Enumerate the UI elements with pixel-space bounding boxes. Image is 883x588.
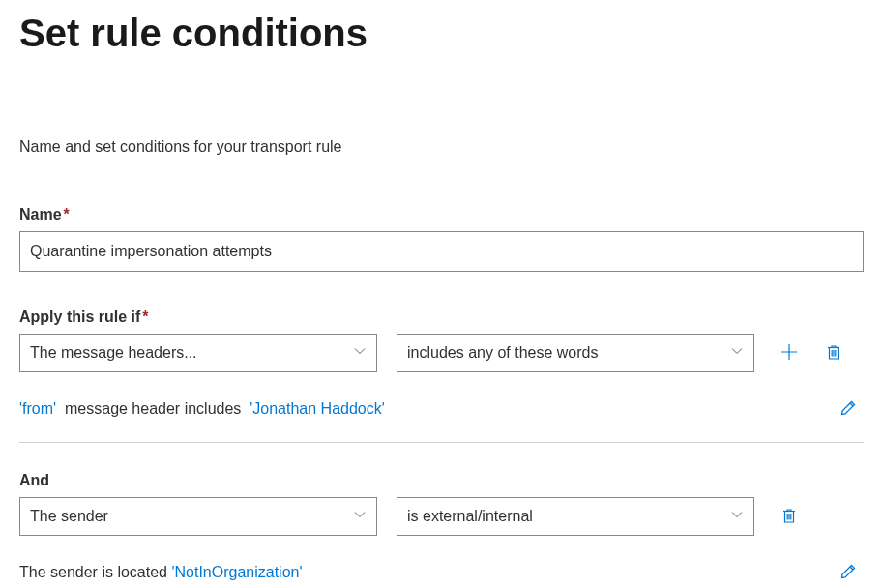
name-field-section: Name* [19,206,864,272]
required-indicator: * [64,206,70,222]
condition1-summary-header: 'from' [19,400,56,418]
condition1-dropdown-row: The message headers... includes any of t… [19,334,864,372]
apply-rule-label-text: Apply this rule if [19,309,140,325]
condition2-subject-value: The sender [30,508,108,525]
condition1-predicate-dropdown[interactable]: includes any of these words [397,334,754,372]
pencil-icon [839,563,857,583]
chevron-down-icon [353,508,367,525]
condition2-predicate-dropdown[interactable]: is external/internal [397,497,754,536]
condition2-summary-value: 'NotInOrganization' [171,564,302,581]
trash-icon [780,507,798,527]
condition1-summary-value: 'Jonathan Haddock' [250,400,385,418]
name-label-text: Name [19,206,62,222]
chevron-down-icon [730,344,744,362]
page-description: Name and set conditions for your transpo… [19,138,864,156]
apply-rule-label: Apply this rule if* [19,309,864,326]
name-label: Name* [19,206,864,223]
condition2-dropdown-row: The sender is external/internal [19,497,864,536]
plus-icon [780,342,799,365]
required-indicator: * [142,309,148,325]
condition1-subject-dropdown[interactable]: The message headers... [19,334,377,372]
and-section: And The sender is external/internal [19,472,864,588]
trash-icon [825,343,842,364]
condition1-summary: 'from' message header includes 'Jonathan… [19,400,385,418]
condition1-summary-verb: message header includes [56,400,250,418]
condition1-subject-value: The message headers... [30,344,197,362]
condition-divider [19,442,864,443]
condition2-summary: The sender is located 'NotInOrganization… [19,564,303,581]
chevron-down-icon [353,344,367,362]
and-label: And [19,472,864,489]
page-title: Set rule conditions [19,12,864,55]
apply-rule-section: Apply this rule if* The message headers.… [19,309,864,443]
delete-condition-button[interactable] [818,338,849,368]
edit-condition2-button[interactable] [833,557,864,588]
edit-condition1-button[interactable] [833,394,864,425]
condition2-predicate-value: is external/internal [407,508,533,525]
condition2-summary-prefix: The sender is located [19,564,171,581]
add-condition-button[interactable] [774,338,805,368]
name-input[interactable] [19,231,864,272]
condition1-predicate-value: includes any of these words [407,344,598,362]
condition2-summary-row: The sender is located 'NotInOrganization… [19,557,864,588]
delete-condition2-button[interactable] [774,501,805,532]
condition1-actions [774,338,849,368]
condition2-actions [774,501,805,532]
pencil-icon [839,399,857,420]
chevron-down-icon [730,508,744,525]
condition1-summary-row: 'from' message header includes 'Jonathan… [19,394,864,425]
condition2-subject-dropdown[interactable]: The sender [19,497,377,536]
